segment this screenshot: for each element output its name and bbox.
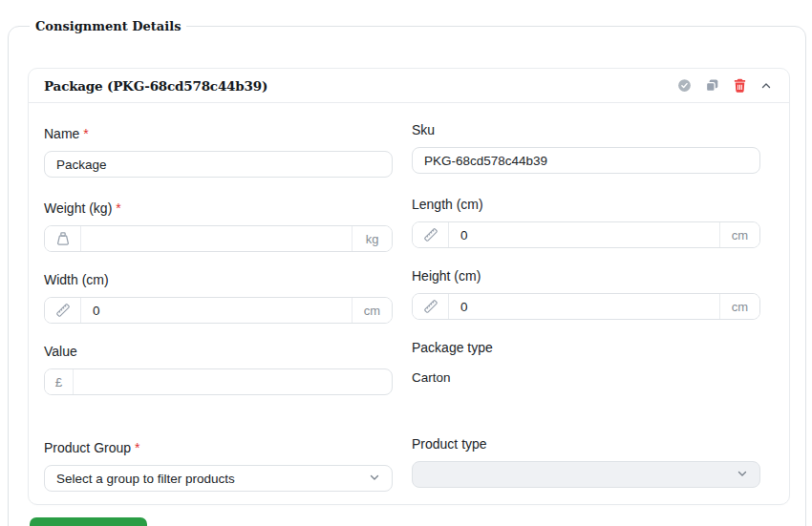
required-asterisk: * — [116, 200, 120, 216]
weight-input[interactable] — [81, 226, 352, 251]
required-asterisk: * — [135, 440, 139, 455]
product-type-label: Product type — [412, 436, 760, 452]
length-unit-addon: cm — [719, 222, 759, 247]
field-name: Name* — [44, 126, 393, 178]
length-label: Length (cm) — [412, 197, 760, 213]
value-label: Value — [44, 344, 393, 360]
height-label: Height (cm) — [412, 268, 760, 284]
width-input-group: cm — [44, 297, 393, 324]
copy-icon — [705, 78, 719, 93]
value-input-group: £ — [44, 368, 393, 395]
sku-label: Sku — [412, 122, 760, 138]
trash-icon — [733, 78, 747, 93]
package-type-value: Carton — [412, 365, 760, 385]
chevron-down-icon — [369, 472, 380, 486]
length-input-group: cm — [412, 221, 760, 248]
width-unit-addon: cm — [352, 298, 392, 323]
delete-package-button[interactable] — [733, 78, 747, 93]
field-width: Width (cm) cm — [44, 272, 393, 324]
name-input[interactable] — [44, 151, 393, 178]
field-package-type: Package type Carton — [412, 340, 760, 391]
collapse-package-button[interactable] — [760, 80, 772, 92]
field-value: Value £ — [44, 344, 393, 395]
field-height: Height (cm) cm — [412, 268, 760, 320]
field-product-group: Product Group* Select a group to filter … — [44, 440, 393, 492]
consignment-details-section: Consignment Details Package (PKG-68cd578… — [8, 19, 806, 526]
weight-label: Weight (kg)* — [44, 200, 393, 217]
package-card-actions — [677, 78, 772, 93]
length-input[interactable] — [449, 222, 719, 247]
required-asterisk: * — [83, 126, 88, 141]
height-input-group: cm — [412, 293, 760, 320]
package-type-label: Package type — [412, 340, 760, 356]
weight-input-group: kg — [44, 225, 393, 252]
package-card-title: Package (PKG-68cd578c44b39) — [44, 78, 267, 94]
ruler-icon — [413, 294, 449, 319]
duplicate-package-button[interactable] — [705, 78, 719, 93]
check-circle-icon — [677, 78, 692, 93]
ruler-icon — [45, 298, 81, 323]
sku-input[interactable] — [412, 147, 760, 174]
package-card-header: Package (PKG-68cd578c44b39) — [29, 69, 789, 103]
product-group-selected-value: Select a group to filter products — [56, 472, 235, 486]
name-label: Name* — [44, 126, 393, 142]
field-length: Length (cm) cm — [412, 197, 760, 248]
field-weight: Weight (kg)* kg — [44, 200, 393, 252]
package-card-body: Name* Sku Weight (kg)* kg Length ( — [29, 103, 789, 504]
height-unit-addon: cm — [719, 294, 759, 319]
product-type-select[interactable] — [412, 461, 760, 488]
ruler-icon — [413, 222, 449, 247]
product-group-select[interactable]: Select a group to filter products — [44, 465, 393, 492]
field-product-type: Product type — [412, 436, 760, 488]
product-group-label: Product Group* — [44, 440, 393, 456]
section-legend: Consignment Details — [30, 19, 186, 33]
field-sku: Sku — [412, 122, 760, 174]
width-label: Width (cm) — [44, 272, 393, 288]
pound-currency-icon: £ — [45, 369, 74, 394]
weight-icon — [45, 226, 81, 251]
width-input[interactable] — [81, 298, 352, 323]
value-input[interactable] — [74, 369, 392, 394]
chevron-down-icon — [737, 468, 748, 482]
weight-unit-addon: kg — [352, 226, 392, 251]
add-another-button[interactable]: Add another — [30, 517, 147, 526]
package-card: Package (PKG-68cd578c44b39) — [28, 68, 790, 505]
height-input[interactable] — [449, 294, 719, 319]
chevron-up-icon — [760, 80, 772, 92]
confirm-package-button[interactable] — [677, 78, 692, 93]
